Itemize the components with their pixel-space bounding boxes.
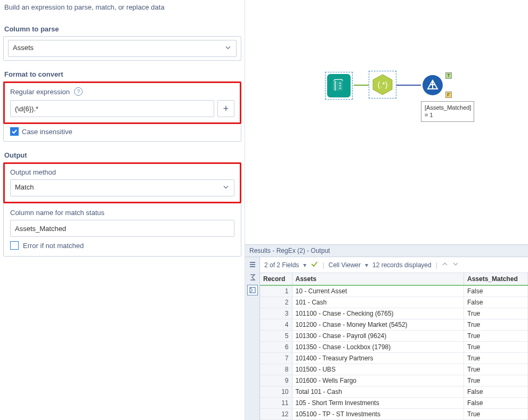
cell-assets: 101400 - Treasury Partners: [292, 353, 464, 364]
cell-viewer-label[interactable]: Cell Viewer: [329, 261, 361, 269]
filter-tool-icon: [423, 75, 443, 95]
table-row[interactable]: 6101350 - Chase - Lockbox (1798)True: [260, 342, 528, 353]
panel-description: Build an expression to parse, match, or …: [3, 3, 241, 11]
cell-matched: False: [464, 386, 528, 398]
cell-record: 9: [260, 375, 292, 386]
regex-tool-icon: (.*): [371, 73, 394, 96]
cell-matched: True: [464, 308, 528, 319]
output-method-select[interactable]: Match: [10, 179, 234, 196]
table-row[interactable]: 10Total 101 - CashFalse: [260, 386, 528, 398]
results-view-strip: [245, 257, 260, 420]
fields-count-text: 2 of 2 Fields: [264, 261, 299, 269]
cell-assets: 105 - Short Term Investments: [292, 398, 464, 409]
nav-down-icon[interactable]: [452, 261, 459, 269]
check-icon[interactable]: [311, 260, 318, 269]
table-row[interactable]: 2101 - CashFalse: [260, 297, 528, 308]
dropdown-caret-icon[interactable]: ▾: [365, 261, 368, 269]
right-panel: (.*) T F [Assets_Matched] = 1 Results - …: [245, 0, 528, 420]
regex-tool-node[interactable]: (.*): [369, 71, 396, 98]
view-sigma-icon[interactable]: [247, 272, 258, 283]
cell-matched: True: [464, 353, 528, 364]
plus-icon: +: [223, 103, 229, 114]
workflow-canvas[interactable]: (.*) T F [Assets_Matched] = 1: [245, 0, 528, 244]
svg-point-1: [339, 85, 340, 86]
connection-wire: [354, 85, 369, 86]
column-to-parse-label: Column to parse: [3, 25, 241, 33]
table-row[interactable]: 7101400 - Treasury PartnersTrue: [260, 353, 528, 364]
svg-rect-9: [250, 264, 255, 265]
cell-assets: 101200 - Chase - Money Market (5452): [292, 319, 464, 331]
filter-true-anchor[interactable]: T: [445, 72, 452, 79]
cell-record: 12: [260, 409, 292, 420]
cell-record: 1: [260, 285, 292, 297]
cell-record: 3: [260, 308, 292, 319]
results-pane: Results - RegEx (2) - Output 2 of 2 Fi: [245, 244, 528, 420]
cell-assets: 101500 - UBS: [292, 364, 464, 375]
match-col-label: Column name for match status: [10, 209, 234, 217]
table-row[interactable]: 11105 - Short Term InvestmentsFalse: [260, 398, 528, 409]
output-method-label: Output method: [10, 168, 234, 176]
svg-point-2: [339, 88, 340, 89]
cell-assets: 101 - Cash: [292, 297, 464, 308]
connection-wire: [396, 85, 421, 86]
case-insensitive-checkbox[interactable]: [10, 127, 19, 136]
cell-record: 7: [260, 353, 292, 364]
filter-tool-node[interactable]: T F: [421, 73, 444, 97]
add-regex-button[interactable]: +: [217, 100, 234, 117]
regex-input[interactable]: [10, 100, 214, 117]
cell-matched: False: [464, 297, 528, 308]
cell-record: 8: [260, 364, 292, 375]
filter-annotation: [Assets_Matched] = 1: [421, 101, 474, 122]
cell-matched: False: [464, 398, 528, 409]
cell-matched: False: [464, 285, 528, 297]
regex-label: Regular expression: [10, 88, 70, 96]
regex-highlight-box: Regular expression ? +: [3, 81, 241, 124]
results-table: Record Assets Assets_Matched 110 - Curre…: [260, 273, 528, 420]
input-tool-icon: [327, 74, 351, 97]
view-meta-icon[interactable]: [247, 259, 258, 270]
cell-assets: 101600 - Wells Fargo: [292, 375, 464, 386]
cell-assets: 101100 - Chase - Checking (6765): [292, 308, 464, 319]
dropdown-caret-icon[interactable]: ▾: [303, 261, 306, 269]
table-row[interactable]: 12105100 - TP - ST InvestmentsTrue: [260, 409, 528, 420]
cell-matched: True: [464, 331, 528, 342]
records-count-text: 12 records displayed: [372, 261, 432, 269]
cell-assets: 105100 - TP - ST Investments: [292, 409, 464, 420]
svg-text:(.*): (.*): [378, 80, 388, 89]
config-panel: Build an expression to parse, match, or …: [0, 0, 245, 420]
cell-record: 2: [260, 297, 292, 308]
col-header-assets[interactable]: Assets: [292, 273, 464, 285]
cell-assets: 101350 - Chase - Lockbox (1798): [292, 342, 464, 353]
table-row[interactable]: 3101100 - Chase - Checking (6765)True: [260, 308, 528, 319]
cell-matched: True: [464, 375, 528, 386]
help-icon[interactable]: ?: [74, 87, 83, 96]
table-row[interactable]: 5101300 - Chase - Payroll (9624)True: [260, 331, 528, 342]
column-to-parse-select[interactable]: Assets: [8, 40, 237, 57]
cell-matched: True: [464, 319, 528, 331]
input-tool-node[interactable]: [325, 72, 353, 100]
results-toolbar: 2 of 2 Fields ▾ | Cell Viewer ▾ 12 recor…: [260, 257, 528, 273]
cell-record: 4: [260, 319, 292, 331]
cell-record: 6: [260, 342, 292, 353]
output-header: Output: [3, 151, 241, 159]
col-header-matched[interactable]: Assets_Matched: [464, 273, 528, 285]
output-box: Output method Match Column name for matc…: [3, 162, 241, 257]
column-to-parse-box: Assets: [3, 36, 241, 61]
cell-record: 10: [260, 386, 292, 398]
col-header-record[interactable]: Record: [260, 273, 292, 285]
table-row[interactable]: 110 - Current AssetFalse: [260, 285, 528, 297]
cell-assets: 101300 - Chase - Payroll (9624): [292, 331, 464, 342]
filter-false-anchor[interactable]: F: [445, 92, 452, 98]
cell-record: 5: [260, 331, 292, 342]
cell-matched: True: [464, 409, 528, 420]
nav-up-icon[interactable]: [442, 261, 448, 269]
table-row[interactable]: 4101200 - Chase - Money Market (5452)Tru…: [260, 319, 528, 331]
column-to-parse-value: Assets: [8, 40, 237, 57]
table-row[interactable]: 8101500 - UBSTrue: [260, 364, 528, 375]
match-col-input[interactable]: [10, 220, 234, 237]
svg-rect-10: [250, 266, 255, 267]
view-data-icon[interactable]: [247, 285, 258, 295]
output-method-highlight: Output method Match: [3, 162, 241, 203]
table-row[interactable]: 9101600 - Wells FargoTrue: [260, 375, 528, 386]
error-if-not-matched-checkbox[interactable]: [10, 241, 19, 250]
